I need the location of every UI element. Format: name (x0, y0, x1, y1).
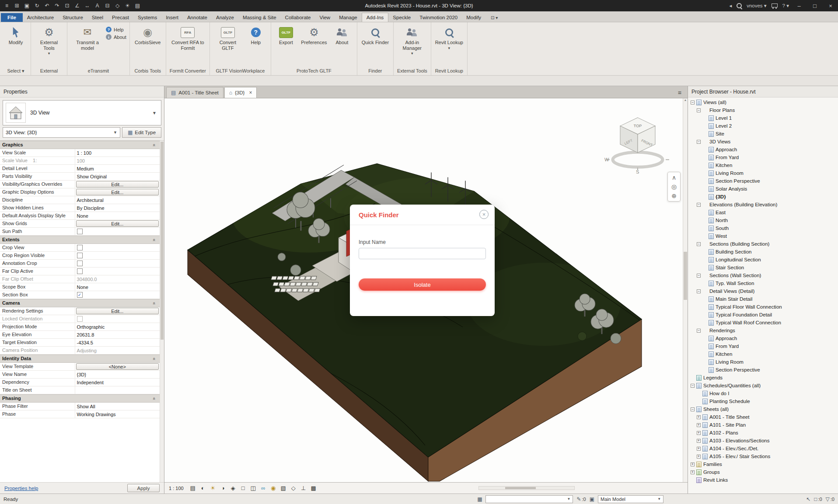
property-value[interactable]: Show Original (75, 173, 160, 180)
type-selector[interactable]: 3D View ▼ (3, 100, 161, 125)
tree-item[interactable]: Planting Schedule (688, 397, 838, 405)
tree-item[interactable]: Typ. Wall Section (688, 279, 838, 287)
render-icon[interactable]: ☀ (123, 1, 132, 10)
ribbon-tab[interactable]: Structure (58, 13, 87, 22)
minimize-button[interactable]: – (793, 0, 805, 11)
show-crop-region-icon[interactable]: ◫ (249, 484, 258, 493)
scrollbar-thumb[interactable] (505, 487, 536, 489)
section-icon[interactable]: ⊟ (103, 1, 112, 10)
apply-button[interactable]: Apply (127, 484, 160, 492)
tree-item[interactable]: Stair Section (688, 264, 838, 271)
worksets-icon[interactable]: ▦ (477, 496, 482, 502)
tree-item[interactable]: A104 - Elev./Sec./Det. (688, 445, 838, 452)
ribbon-tab[interactable]: Collaborate (281, 13, 315, 22)
tree-toggle-icon[interactable] (697, 392, 701, 396)
property-value[interactable]: Architectural (75, 196, 160, 204)
tree-toggle-icon[interactable] (703, 132, 707, 136)
tree-toggle-icon[interactable] (691, 384, 695, 388)
property-value[interactable]: None (75, 283, 160, 291)
navigation-bar[interactable]: ∧ ◎ ⊕ (667, 172, 681, 202)
property-value[interactable]: Independent (75, 379, 160, 386)
tree-toggle-icon[interactable] (703, 352, 707, 356)
property-value[interactable]: Adjusting (75, 347, 160, 354)
tree-item[interactable]: Renderings (688, 327, 838, 334)
tree-item[interactable]: Floor Plans (688, 106, 838, 114)
tree-item[interactable]: Detail Views (Detail) (688, 287, 838, 295)
tree-toggle-icon[interactable] (703, 116, 707, 120)
worksharing-display-icon[interactable]: ▩ (309, 484, 318, 493)
tree-toggle-icon[interactable] (697, 329, 701, 333)
tree-item[interactable]: Living Room (688, 358, 838, 366)
property-value[interactable]: None (75, 212, 160, 219)
design-option-select[interactable]: Main Model▼ (598, 495, 663, 503)
design-options-icon[interactable]: ▣ (590, 496, 594, 502)
tree-item[interactable]: Site (688, 130, 838, 138)
property-value[interactable]: Edit... (76, 181, 159, 188)
tree-item[interactable]: Sheets (all) (688, 405, 838, 413)
transmit-a-model-button[interactable]: Transmit a model (70, 24, 105, 51)
sync-with-central-icon[interactable]: ↻ (32, 1, 42, 10)
ribbon-tab[interactable]: Insert (161, 13, 183, 22)
editable-only-badge[interactable]: ✎:0 (576, 496, 586, 502)
properties-scrollbar[interactable] (160, 141, 164, 482)
press-drag-icon[interactable]: ↖ (806, 496, 810, 502)
scrollbar-thumb[interactable] (161, 142, 164, 340)
crop-view-icon[interactable]: □ (239, 484, 248, 493)
property-value[interactable] (75, 268, 160, 275)
tree-toggle-icon[interactable] (703, 234, 707, 238)
panel-label-gltf-visionworkplace[interactable]: GLTF VisionWorkplace (210, 67, 271, 75)
default-3d-view-icon[interactable]: ◇ (113, 1, 122, 10)
property-value[interactable]: -4334.5 (75, 339, 160, 346)
tree-toggle-icon[interactable] (703, 124, 707, 128)
tree-toggle-icon[interactable] (703, 344, 707, 348)
viewcube[interactable]: W S TOP FRONT LEFT (604, 118, 669, 174)
sun-path-icon[interactable]: ☀ (209, 484, 217, 493)
property-value[interactable]: Working Drawings (75, 410, 160, 418)
tree-item[interactable]: Sections (Wall Section) (688, 271, 838, 279)
tree-toggle-icon[interactable] (703, 313, 707, 317)
help-menu[interactable]: ? ▾ (782, 3, 789, 9)
property-value[interactable] (75, 260, 160, 267)
property-value[interactable]: 20631.8 (75, 331, 160, 338)
property-value[interactable]: By Discipline (75, 204, 160, 212)
tree-toggle-icon[interactable] (703, 163, 707, 167)
tree-toggle-icon[interactable] (703, 368, 707, 372)
ribbon-tab[interactable]: Twinmotion 2020 (415, 13, 462, 22)
corbissieve-button[interactable]: CorbisSieve (133, 24, 163, 46)
navbar-collapse-icon[interactable]: ∧ (672, 174, 676, 181)
qat-collapse-icon[interactable]: ◂ (729, 3, 732, 9)
aligned-dimension-icon[interactable]: ↔ (83, 1, 92, 10)
edit-type-button[interactable]: ▦ Edit Type (122, 127, 161, 138)
property-value[interactable]: Show All (75, 403, 160, 410)
isolate-button[interactable]: Isolate (359, 278, 486, 291)
tree-item[interactable]: South (688, 224, 838, 232)
temporary-view-properties-icon[interactable]: ▧ (279, 484, 288, 493)
tree-item[interactable]: How do I (688, 389, 838, 397)
property-value[interactable]: 304800.0 (75, 275, 160, 283)
tree-toggle-icon[interactable] (703, 226, 707, 230)
tree-toggle-icon[interactable] (703, 321, 707, 325)
tree-toggle-icon[interactable] (691, 101, 695, 104)
tree-toggle-icon[interactable] (703, 187, 707, 191)
tree-item[interactable]: Typical Floor Wall Connection (688, 303, 838, 311)
detail-level-icon[interactable]: ▤ (189, 484, 197, 493)
filter-badge[interactable]: ▽:0 (826, 496, 835, 502)
tree-item[interactable]: Solar Analysis (688, 185, 838, 193)
workset-select[interactable]: ▼ (485, 495, 573, 503)
property-value[interactable]: Edit... (76, 308, 159, 314)
external-tools-button[interactable]: External Tools (34, 24, 64, 56)
tree-toggle-icon[interactable] (703, 337, 707, 341)
tree-item[interactable]: {3D} (688, 193, 838, 201)
panel-label-corbis-tools[interactable]: Corbis Tools (130, 67, 166, 75)
tree-toggle-icon[interactable] (703, 266, 707, 270)
ribbon-tab[interactable]: Modify (462, 13, 485, 22)
tree-toggle-icon[interactable] (703, 195, 707, 199)
tree-toggle-icon[interactable] (703, 360, 707, 364)
property-value[interactable] (75, 244, 160, 251)
property-value[interactable]: 100 (75, 157, 160, 164)
panel-label-formit-converter[interactable]: FormIt Converter (166, 67, 210, 75)
tree-toggle-icon[interactable] (703, 211, 707, 215)
tree-item[interactable]: A105 - Elev./ Stair Sections (688, 452, 838, 460)
tree-item[interactable]: Approach (688, 334, 838, 342)
gltf-help-button[interactable]: Help (244, 24, 268, 46)
